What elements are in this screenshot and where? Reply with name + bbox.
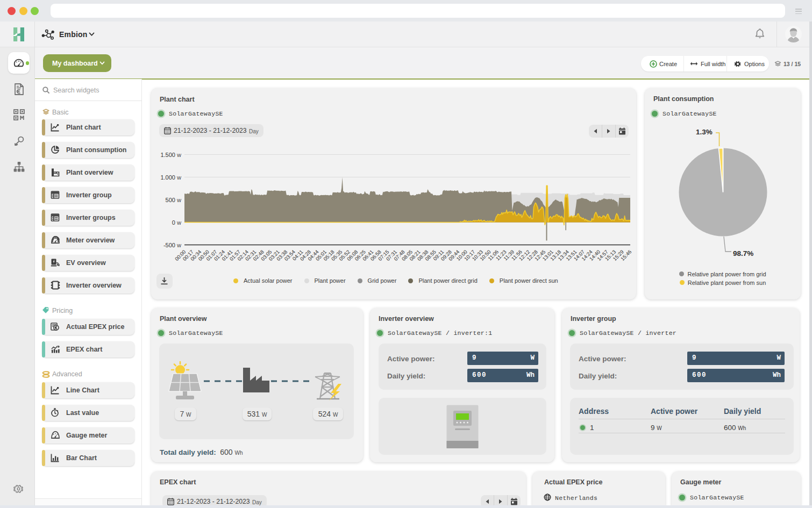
svg-text:-500 W: -500 W [163, 242, 181, 248]
svg-text:1.000 W: 1.000 W [160, 174, 181, 181]
svg-text:0 W: 0 W [172, 219, 181, 226]
svg-text:500 W: 500 W [166, 197, 181, 203]
svg-text:1.500 W: 1.500 W [160, 152, 181, 158]
